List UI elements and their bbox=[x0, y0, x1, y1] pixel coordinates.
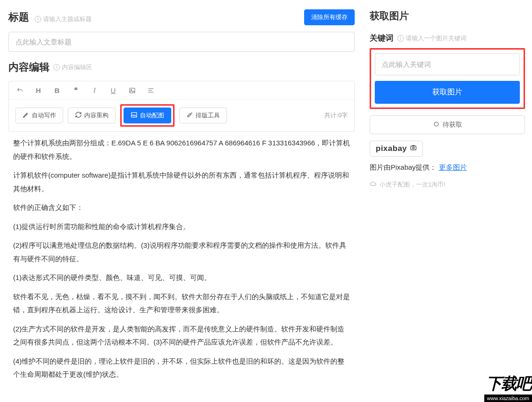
paragraph: 整个计算机系统由两部分组成：E.69DA 5 E 6 BA 9062616964… bbox=[13, 136, 351, 163]
paragraph: 软件的正确含义如下： bbox=[13, 201, 351, 215]
layout-tools-button[interactable]: 排版工具 bbox=[179, 108, 227, 123]
info-icon: i bbox=[35, 16, 41, 22]
keyword-highlight-box: 获取图片 bbox=[370, 48, 525, 109]
svg-rect-0 bbox=[129, 88, 134, 93]
underline-icon[interactable]: U bbox=[109, 86, 117, 94]
keyword-input[interactable] bbox=[375, 53, 520, 75]
format-toolbar: H B ❝ I U bbox=[9, 81, 354, 100]
svg-rect-7 bbox=[411, 146, 416, 150]
picture-icon bbox=[131, 111, 138, 120]
bold-icon[interactable]: B bbox=[53, 86, 61, 94]
image-source: 图片由Pixabay提供： 更多图片 bbox=[370, 163, 525, 172]
sidebar-footer-note: 小虎子配图，一次1淘币! bbox=[370, 180, 525, 189]
paragraph: (1)表达形式不同的硬件类型、颜色、味道、可见、可摸、可闻。 bbox=[13, 271, 351, 285]
info-icon: i bbox=[53, 64, 60, 71]
content-heading: 内容编辑 bbox=[8, 60, 50, 74]
paragraph: (2)生产方式不同的软件是开发，是人类智能的高发挥，而不是传统意义上的硬件制造。… bbox=[13, 323, 351, 349]
get-image-button[interactable]: 获取图片 bbox=[375, 81, 520, 104]
align-icon[interactable] bbox=[146, 87, 155, 94]
content-hint: i 内容编辑区 bbox=[53, 63, 92, 72]
svg-point-6 bbox=[434, 122, 438, 126]
undo-icon[interactable] bbox=[15, 87, 24, 94]
action-toolbar: 自动写作 内容重构 自动配图 排版工具 bbox=[9, 100, 354, 131]
clear-cache-button[interactable]: 清除所有缓存 bbox=[304, 9, 355, 25]
paragraph: (2)程序可以满意地处理信息的数据结构。(3)说明程序功能要求和程序需要的文档的… bbox=[13, 239, 351, 266]
auto-image-button[interactable]: 自动配图 bbox=[124, 108, 171, 123]
keyword-hint: i 请输入一个图片关键词 bbox=[397, 34, 466, 43]
tools-icon bbox=[186, 111, 193, 120]
content-area[interactable]: 整个计算机系统由两部分组成：E.69DA 5 E 6 BA 9062616964… bbox=[8, 132, 355, 396]
paragraph: 软件看不见，无色，枯燥，看不见，摸不到，闻不到。软件大部分存在于人们的头脑或纸上… bbox=[13, 290, 351, 317]
pending-button[interactable]: 待获取 bbox=[370, 115, 525, 134]
heading-icon[interactable]: H bbox=[34, 86, 43, 94]
quote-icon[interactable]: ❝ bbox=[72, 86, 80, 94]
auto-write-button[interactable]: 自动写作 bbox=[15, 108, 63, 123]
camera-icon bbox=[410, 144, 417, 153]
cloud-icon bbox=[370, 180, 377, 189]
info-icon: i bbox=[397, 35, 404, 42]
pencil-icon bbox=[22, 111, 29, 120]
pixabay-logo: pixabay bbox=[370, 141, 423, 157]
more-images-link[interactable]: 更多图片 bbox=[439, 163, 467, 171]
title-heading: 标题 bbox=[8, 11, 29, 23]
refresh-icon bbox=[75, 111, 82, 120]
image-icon[interactable] bbox=[128, 87, 136, 94]
italic-icon[interactable]: I bbox=[90, 86, 99, 94]
paragraph: 计算机软件(computer software)是指计算机系统中除硬件以外的所有… bbox=[13, 169, 351, 195]
restructure-button[interactable]: 内容重构 bbox=[68, 108, 116, 123]
circle-icon bbox=[433, 121, 440, 129]
paragraph: (1)提供运行时所需功能和性能的命令或计算机程序集合。 bbox=[13, 220, 351, 234]
sidebar-title: 获取图片 bbox=[370, 9, 525, 22]
article-title-input[interactable] bbox=[8, 32, 355, 52]
svg-point-8 bbox=[412, 147, 414, 149]
paragraph: (4)维护不同的硬件是旧的，理论上软件是旧的，并不坏，但实际上软件也是旧的和坏的… bbox=[13, 355, 351, 381]
auto-image-highlight: 自动配图 bbox=[120, 104, 175, 127]
editor-card: H B ❝ I U 自动写作 内容重构 bbox=[8, 81, 355, 132]
word-count: 共计:0字 bbox=[324, 111, 348, 120]
keyword-label: 关键词 bbox=[370, 33, 394, 43]
title-hint: i 请输入主题或标题 bbox=[35, 15, 92, 23]
